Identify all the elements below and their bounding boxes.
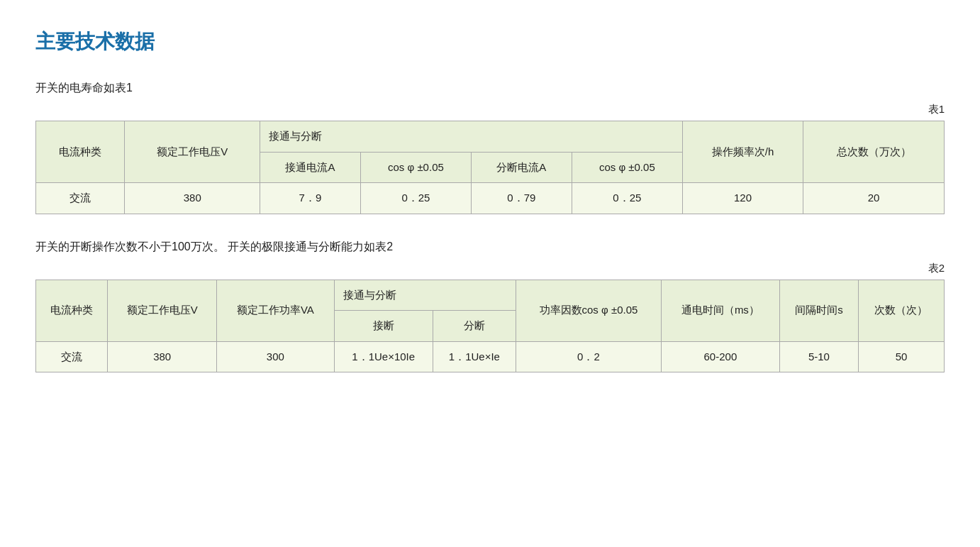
table-row: 交流3803001．1Ue×10Ie1．1Ue×Ie0．260-2005-105… [36, 341, 945, 372]
table1: 电流种类 额定工作电压V 接通与分断 操作频率次/h 总次数（万次） 接通电流A… [35, 121, 945, 214]
table1-header-col2: 额定工作电压V [125, 121, 260, 183]
table2-header-col1: 电流种类 [36, 280, 108, 341]
table2-section-title: 开关的开断操作次数不小于100万次。 开关的极限接通与分断能力如表2 [35, 240, 945, 255]
table2-header-col7: 次数（次） [858, 280, 944, 341]
table1-header-sub3: 分断电流A [471, 152, 572, 183]
table1-header-col1: 电流种类 [36, 121, 125, 183]
table2-header-col4: 功率因数cos φ ±0.05 [516, 280, 661, 341]
table1-label: 表1 [35, 103, 945, 116]
table2-header-col2: 额定工作电压V [108, 280, 217, 341]
page-title: 主要技术数据 [35, 28, 945, 55]
table1-header-group1: 接通与分断 [260, 121, 683, 153]
table1-header-sub1: 接通电流A [260, 152, 361, 183]
table2-label: 表2 [35, 262, 945, 275]
table2-wrapper: 电流种类 额定工作电压V 额定工作功率VA 接通与分断 功率因数cos φ ±0… [35, 280, 945, 373]
table2-header-col3: 额定工作功率VA [217, 280, 335, 341]
table1-section-title: 开关的电寿命如表1 [35, 81, 945, 96]
table1-wrapper: 电流种类 额定工作电压V 接通与分断 操作频率次/h 总次数（万次） 接通电流A… [35, 121, 945, 214]
table1-header-sub2: cos φ ±0.05 [360, 152, 471, 183]
table2-header-sub1: 接断 [334, 311, 433, 342]
table1-header-sub4: cos φ ±0.05 [572, 152, 682, 183]
table2-header-sub2: 分断 [433, 311, 516, 342]
table2-header-group1: 接通与分断 [334, 280, 516, 311]
table2-header-col5: 通电时间（ms） [661, 280, 779, 341]
table-row: 交流3807．90．250．790．2512020 [36, 183, 945, 214]
table1-header-col3: 操作频率次/h [682, 121, 803, 183]
table2: 电流种类 额定工作电压V 额定工作功率VA 接通与分断 功率因数cos φ ±0… [35, 280, 945, 373]
table1-header-col4: 总次数（万次） [803, 121, 945, 183]
table2-header-col6: 间隔时间s [779, 280, 858, 341]
